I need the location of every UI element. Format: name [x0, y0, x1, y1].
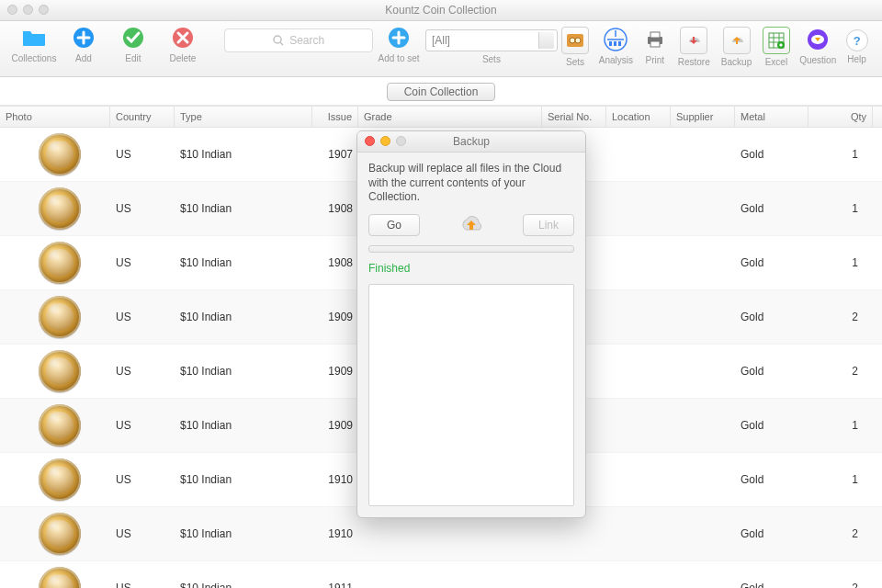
print-label: Print	[646, 55, 665, 65]
th-metal[interactable]: Metal	[735, 107, 808, 127]
cell-metal: Gold	[735, 473, 808, 486]
window-traffic-lights	[7, 5, 49, 15]
edit-button[interactable]: Edit	[108, 25, 158, 63]
dialog-close[interactable]	[365, 136, 375, 146]
cell-country: US	[110, 473, 175, 486]
th-type[interactable]: Type	[175, 107, 312, 127]
analysis-label: Analysis	[599, 55, 633, 65]
progress-bar	[368, 245, 574, 253]
th-grade[interactable]: Grade	[358, 107, 542, 127]
delete-label: Delete	[169, 53, 196, 63]
coin-image	[39, 567, 81, 588]
dialog-message: Backup will replace all files in the Clo…	[368, 162, 574, 205]
sets-group: [All] ▲▼ Sets	[427, 25, 556, 64]
tab-bar: Coin Collection	[0, 77, 882, 106]
cell-issue: 1910	[312, 527, 358, 540]
th-location[interactable]: Location	[606, 107, 671, 127]
coin-image	[39, 404, 81, 447]
cell-issue: 1909	[312, 365, 358, 378]
add-to-set-label: Add to set	[379, 53, 420, 63]
log-area[interactable]	[368, 284, 574, 506]
cell-metal: Gold	[735, 365, 808, 378]
tab-coin-collection[interactable]: Coin Collection	[387, 83, 496, 101]
cell-metal: Gold	[735, 311, 808, 323]
cell-type: $10 Indian	[175, 582, 312, 588]
print-button[interactable]: Print	[638, 25, 673, 65]
traffic-close-dot[interactable]	[7, 5, 17, 15]
table-header: Photo Country Type Issue Grade Serial No…	[0, 106, 882, 128]
sets-dropdown-label: Sets	[482, 54, 501, 64]
link-button[interactable]: Link	[523, 214, 574, 236]
svg-line-4	[280, 42, 283, 45]
sets-button[interactable]: Sets	[556, 25, 594, 67]
backup-dialog: Backup Backup will replace all files in …	[356, 130, 586, 518]
collections-label: Collections	[12, 53, 57, 63]
th-serial[interactable]: Serial No.	[542, 107, 606, 127]
restore-label: Restore	[678, 57, 710, 67]
cell-issue: 1911	[312, 582, 358, 588]
sets-icon	[567, 34, 583, 47]
window-titlebar: Kountz Coin Collection	[0, 0, 882, 21]
cell-issue: 1907	[312, 148, 358, 161]
cell-metal: Gold	[735, 148, 808, 161]
coin-image	[39, 242, 81, 284]
svg-rect-14	[618, 41, 621, 46]
question-label: Question	[799, 55, 836, 65]
search-input[interactable]: Search	[224, 28, 373, 52]
delete-button[interactable]: Delete	[158, 25, 208, 63]
th-photo[interactable]: Photo	[0, 107, 110, 127]
cell-qty: 2	[808, 311, 873, 323]
cell-metal: Gold	[735, 527, 808, 540]
cell-issue: 1909	[312, 311, 358, 323]
cell-qty: 1	[808, 256, 873, 269]
excel-button[interactable]: Excel	[758, 25, 795, 67]
analysis-button[interactable]: Analysis	[594, 25, 637, 65]
question-icon	[807, 28, 829, 51]
sets-dropdown[interactable]: [All] ▲▼	[425, 29, 558, 51]
plus-circle-outline-icon	[388, 27, 410, 49]
backup-label: Backup	[721, 57, 752, 67]
go-button[interactable]: Go	[368, 214, 420, 236]
cell-metal: Gold	[735, 256, 808, 269]
th-country[interactable]: Country	[110, 107, 175, 127]
cell-type: $10 Indian	[175, 148, 312, 161]
cell-issue: 1910	[312, 473, 358, 486]
cell-type: $10 Indian	[175, 256, 312, 269]
help-button[interactable]: ? Help	[841, 25, 873, 64]
th-issue[interactable]: Issue	[312, 107, 358, 127]
cell-country: US	[110, 311, 175, 323]
traffic-max-dot[interactable]	[39, 5, 49, 15]
search-placeholder: Search	[289, 34, 324, 47]
svg-point-8	[575, 38, 581, 43]
add-to-set-button[interactable]: Add to set	[374, 25, 424, 63]
cell-type: $10 Indian	[175, 365, 312, 378]
cell-country: US	[110, 202, 175, 215]
cloud-upload-icon	[456, 215, 487, 235]
backup-button[interactable]: Backup	[715, 25, 757, 67]
coin-image	[39, 296, 81, 338]
cell-issue: 1908	[312, 202, 358, 215]
dialog-titlebar: Backup	[357, 131, 585, 153]
cell-issue: 1908	[312, 256, 358, 269]
cell-qty: 1	[808, 419, 873, 432]
plus-circle-icon	[73, 27, 95, 49]
sets-dropdown-value: [All]	[432, 34, 450, 47]
traffic-min-dot[interactable]	[23, 5, 33, 15]
table-row[interactable]: US$10 Indian1911Gold2	[0, 561, 882, 588]
x-circle-icon	[172, 27, 194, 49]
cell-qty: 2	[808, 582, 873, 588]
print-icon	[645, 30, 665, 49]
question-button[interactable]: Question	[795, 25, 841, 65]
collections-button[interactable]: Collections	[9, 25, 59, 63]
coin-image	[39, 350, 81, 392]
add-button[interactable]: Add	[59, 25, 108, 63]
th-supplier[interactable]: Supplier	[671, 107, 735, 127]
restore-button[interactable]: Restore	[673, 25, 715, 67]
cell-qty: 1	[808, 148, 873, 161]
search-icon	[273, 35, 284, 46]
cell-country: US	[110, 148, 175, 161]
add-label: Add	[75, 53, 92, 63]
svg-point-3	[274, 36, 281, 43]
th-qty[interactable]: Qty	[808, 107, 873, 127]
dialog-minimize[interactable]	[380, 136, 390, 146]
